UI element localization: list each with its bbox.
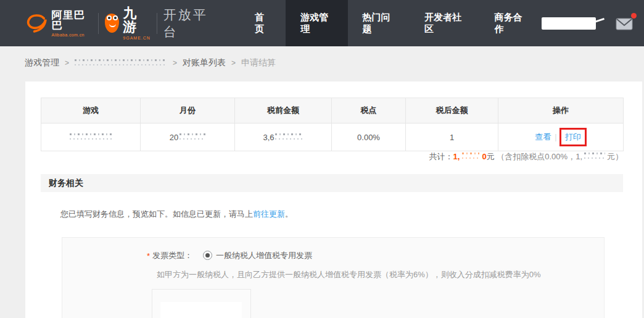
breadcrumb: 游戏管理 > > 对账单列表 > 申请结算: [25, 57, 276, 69]
username-redacted[interactable]: [542, 17, 596, 30]
mail-button[interactable]: [616, 15, 634, 31]
notice-text: 您已填写财务信息，预览如下。如信息已更新，请马上: [60, 209, 253, 219]
redaction-smudge: [275, 133, 303, 141]
total-amount: 1,0: [453, 152, 487, 161]
col-header-pretax-amount: 税前金额: [235, 98, 332, 123]
action-divider: |: [555, 132, 556, 141]
nav-item-hot-questions[interactable]: 热门问题: [348, 0, 410, 46]
nav-item-business-cooperation[interactable]: 商务合作: [480, 0, 542, 46]
main-nav: 首页 游戏管理 热门问题 开发者社区 商务合作: [240, 0, 542, 46]
envelope-icon: [616, 18, 633, 30]
breadcrumb-current-apply-settlement: 申请结算: [241, 57, 276, 69]
platform-title: 开放平台: [163, 6, 218, 41]
invoice-helper-text: 如甲方为一般纳税人，且向乙方提供一般纳税人增值税专用发票（税率为6%），则收入分…: [157, 269, 541, 280]
content-panel: 游戏 月份 税前金额 税点 税后金额 操作 20 3,6 0.00% 1 查看|…: [25, 82, 642, 318]
mail-unread-badge: [631, 13, 637, 19]
nav-item-developer-community[interactable]: 开发者社区: [410, 0, 480, 46]
nav-item-game-management[interactable]: 游戏管理: [286, 0, 347, 46]
print-link[interactable]: 打印: [565, 132, 581, 141]
col-header-actions: 操作: [498, 98, 624, 123]
col-header-aftertax-amount: 税后金额: [406, 98, 498, 123]
table-row: 20 3,6 0.00% 1 查看|打印: [41, 123, 624, 151]
cell-aftertax-amount: 1: [406, 123, 498, 151]
redaction-smudge: [180, 133, 205, 141]
notice-period: 。: [285, 209, 293, 219]
cell-tax-point: 0.00%: [332, 123, 406, 151]
section-title-finance: 财务相关: [41, 174, 623, 192]
redaction-smudge: [584, 153, 605, 160]
preview-content-redacted: [160, 302, 242, 318]
print-highlight-box: 打印: [559, 128, 587, 146]
cell-pretax-amount: 3,6: [235, 123, 332, 151]
9game-text: 九游: [123, 7, 151, 34]
breadcrumb-game-management[interactable]: 游戏管理: [25, 57, 59, 69]
settlement-table: 游戏 月份 税前金额 税点 税后金额 操作 20 3,6 0.00% 1 查看|…: [41, 98, 624, 151]
redaction-smudge: [75, 59, 167, 67]
invoice-type-row: * 发票类型： 一般纳税人增值税专用发票: [62, 250, 604, 261]
logo-divider: [157, 13, 157, 34]
breadcrumb-game-name-redacted[interactable]: [75, 58, 167, 68]
breadcrumb-separator: >: [231, 59, 236, 67]
alibaba-text: 阿里巴巴: [51, 10, 92, 31]
invoice-form-panel: * 发票类型： 一般纳税人增值税专用发票 如甲方为一般纳税人，且向乙方提供一般纳…: [62, 237, 605, 318]
breadcrumb-bar: 游戏管理 > > 对账单列表 > 申请结算: [0, 46, 644, 82]
invoice-type-radio-selected[interactable]: [203, 251, 212, 260]
table-header-row: 游戏 月份 税前金额 税点 税后金额 操作: [41, 98, 624, 123]
total-summary: 共计：1,0元 （含扣除税点0.00%，1,元）: [41, 151, 623, 163]
redaction-smudge: [462, 153, 479, 160]
col-header-game: 游戏: [41, 98, 141, 123]
top-header: 阿里巴巴 Alibaba.com.cn 九游 9GAME.CN 开放平台 首页 …: [0, 0, 644, 46]
breadcrumb-statement-list[interactable]: 对账单列表: [183, 57, 226, 69]
header-right: [542, 15, 634, 31]
col-header-tax-point: 税点: [332, 98, 406, 123]
invoice-type-label: 发票类型：: [152, 250, 192, 261]
nav-item-home[interactable]: 首页: [240, 0, 286, 46]
go-update-link[interactable]: 前往更新: [253, 209, 285, 219]
alibaba-wordmark: 阿里巴巴 Alibaba.com.cn: [51, 10, 92, 37]
page: 阿里巴巴 Alibaba.com.cn 九游 9GAME.CN 开放平台 首页 …: [0, 0, 644, 318]
9game-subtext: 9GAME.CN: [123, 36, 151, 40]
view-link[interactable]: 查看: [535, 132, 551, 141]
breadcrumb-separator: >: [173, 59, 177, 67]
breadcrumb-separator: >: [65, 59, 69, 67]
total-unit: 元: [487, 152, 495, 161]
redaction-smudge: [70, 133, 112, 141]
required-asterisk: *: [147, 251, 150, 261]
alibaba-logo-icon: [25, 12, 49, 35]
invoice-preview-box: [152, 289, 251, 318]
9game-mascot-icon: [105, 14, 119, 33]
cell-game-name-redacted: [41, 123, 141, 151]
total-label: 共计：: [429, 152, 453, 161]
9game-wordmark: 九游 9GAME.CN: [123, 7, 151, 40]
alibaba-subtext: Alibaba.com.cn: [51, 33, 92, 37]
brand-logo[interactable]: 阿里巴巴 Alibaba.com.cn 九游 9GAME.CN 开放平台: [25, 0, 218, 46]
invoice-type-option-label: 一般纳税人增值税专用发票: [216, 250, 312, 261]
col-header-month: 月份: [141, 98, 235, 123]
total-note: （含扣除税点0.00%，1,元）: [495, 152, 623, 161]
logo-divider: [98, 13, 99, 34]
cell-month: 20: [141, 123, 235, 151]
cell-actions: 查看|打印: [498, 123, 624, 151]
finance-notice: 您已填写财务信息，预览如下。如信息已更新，请马上前往更新。: [60, 208, 293, 220]
